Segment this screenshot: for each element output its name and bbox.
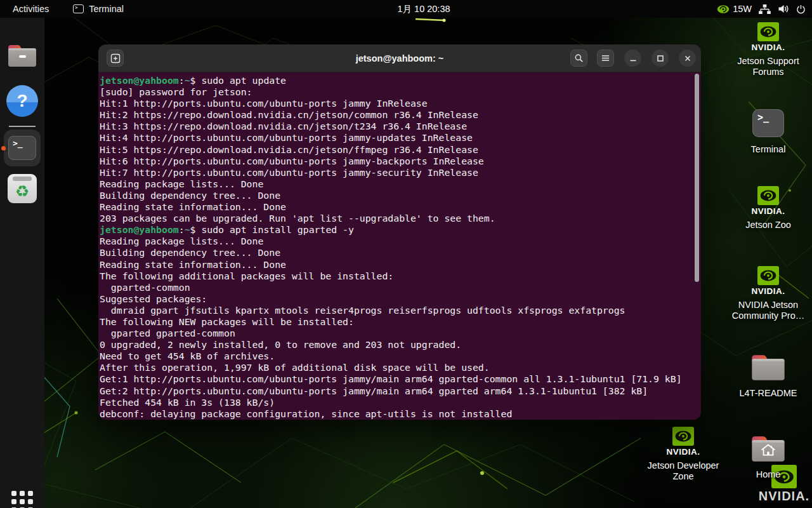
terminal-line: Building dependency tree... Done bbox=[100, 247, 701, 258]
network-icon bbox=[759, 4, 771, 14]
files-folder-icon bbox=[7, 43, 37, 69]
terminal-output[interactable]: jetson@yahboom:~$ sudo apt update[sudo] … bbox=[98, 72, 701, 420]
terminal-titlebar[interactable]: jetson@yahboom: ~ bbox=[98, 44, 701, 72]
terminal-line: Reading package lists... Done bbox=[100, 178, 701, 190]
dock-item-help[interactable]: ? bbox=[6, 85, 38, 117]
desktop-icon-label: L4T-README bbox=[739, 388, 797, 399]
show-applications-button[interactable] bbox=[11, 491, 33, 508]
terminal-line: Hit:4 http://ports.ubuntu.com/ubuntu-por… bbox=[100, 132, 701, 144]
terminal-line: 203 packages can be upgraded. Run 'apt l… bbox=[100, 213, 701, 224]
terminal-line: After this operation, 1,997 kB of additi… bbox=[100, 362, 701, 373]
desktop-icon-label: Jetson Zoo bbox=[745, 220, 791, 231]
terminal-line: Get:1 http://ports.ubuntu.com/ubuntu-por… bbox=[100, 373, 701, 385]
close-button[interactable] bbox=[679, 50, 696, 67]
window-title: jetson@yahboom: ~ bbox=[356, 44, 444, 72]
power-icon bbox=[796, 4, 806, 14]
terminal-line: Hit:1 http://ports.ubuntu.com/ubuntu-por… bbox=[100, 98, 701, 109]
folder-icon bbox=[750, 352, 786, 383]
desktop-icon-home[interactable]: Home bbox=[724, 434, 812, 480]
dock-item-terminal[interactable]: >_ bbox=[4, 130, 41, 166]
top-bar: Activities > Terminal 1月 10 20:38 15W bbox=[0, 0, 812, 18]
dock-separator bbox=[9, 126, 36, 127]
dock-item-files[interactable] bbox=[7, 43, 37, 69]
nvidia-logo-icon: NVIDIA. bbox=[666, 427, 700, 457]
dock-item-trash[interactable]: ♻ bbox=[8, 174, 37, 203]
search-icon bbox=[574, 53, 584, 63]
terminal-line: Reading state information... Done bbox=[100, 201, 701, 213]
terminal-scrollbar[interactable] bbox=[695, 74, 699, 282]
desktop-icon-label: Home bbox=[756, 469, 781, 480]
terminal-line: dmraid gpart jfsutils kpartx mtools reis… bbox=[100, 305, 701, 316]
running-indicator bbox=[1, 146, 6, 150]
terminal-line: Hit:5 https://repo.download.nvidia.cn/je… bbox=[100, 144, 701, 156]
terminal-app-icon: >_ bbox=[752, 109, 784, 137]
terminal-line: The following NEW packages will be insta… bbox=[100, 316, 701, 328]
terminal-line: 0 upgraded, 2 newly installed, 0 to remo… bbox=[100, 339, 701, 351]
help-icon: ? bbox=[6, 85, 38, 117]
terminal-line: Hit:2 https://repo.download.nvidia.cn/je… bbox=[100, 109, 701, 121]
desktop-icon-label: NVIDIA Jetson Community Pro… bbox=[724, 300, 812, 321]
nvidia-logo-icon: NVIDIA. bbox=[751, 186, 785, 216]
desktop-icon-label: Jetson Developer Zone bbox=[639, 460, 728, 481]
nvidia-logo-icon: NVIDIA. bbox=[751, 266, 785, 296]
terminal-line: The following additional packages will b… bbox=[100, 271, 701, 282]
terminal-line: Hit:3 https://repo.download.nvidia.cn/je… bbox=[100, 121, 701, 132]
clock[interactable]: 1月 10 20:38 bbox=[397, 0, 450, 18]
house-icon bbox=[759, 443, 777, 457]
terminal-line: Suggested packages: bbox=[100, 293, 701, 305]
desktop-icon-terminal[interactable]: >_ Terminal bbox=[724, 109, 812, 155]
recycle-icon: ♻ bbox=[15, 184, 29, 199]
dock: ? >_ ♻ bbox=[0, 18, 44, 508]
nvidia-eye-icon bbox=[716, 4, 730, 14]
terminal-line: Reading package lists... Done bbox=[100, 236, 701, 247]
desktop-icon-jetson-developer-zone[interactable]: NVIDIA. Jetson Developer Zone bbox=[639, 427, 728, 481]
desktop-icon-nvidia-jetson-community[interactable]: NVIDIA. NVIDIA Jetson Community Pro… bbox=[724, 266, 812, 321]
search-button[interactable] bbox=[570, 50, 587, 67]
terminal-line: Hit:6 http://ports.ubuntu.com/ubuntu-por… bbox=[100, 156, 701, 167]
desktop-icon-label: Terminal bbox=[751, 144, 786, 155]
terminal-line: Hit:7 http://ports.ubuntu.com/ubuntu-por… bbox=[100, 167, 701, 178]
nvidia-logo-icon: NVIDIA. bbox=[751, 22, 785, 52]
focused-app-name: Terminal bbox=[89, 4, 124, 14]
terminal-line: Building dependency tree... Done bbox=[100, 190, 701, 201]
nvidia-wordmark: NVIDIA. bbox=[759, 489, 809, 504]
terminal-line: gparted gparted-common bbox=[100, 328, 701, 339]
terminal-line: debconf: delaying package configuration,… bbox=[100, 408, 701, 420]
terminal-window: jetson@yahboom: ~ bbox=[98, 44, 701, 420]
terminal-line: Need to get 454 kB of archives. bbox=[100, 351, 701, 362]
close-icon bbox=[684, 55, 691, 62]
activities-button[interactable]: Activities bbox=[0, 0, 59, 18]
terminal-line: [sudo] password for jetson: bbox=[100, 86, 701, 98]
terminal-line: gparted-common bbox=[100, 282, 701, 293]
terminal-line: Fetched 454 kB in 3s (138 kB/s) bbox=[100, 397, 701, 408]
menu-button[interactable] bbox=[597, 50, 614, 67]
home-folder-icon bbox=[750, 434, 786, 464]
terminal-line: Get:2 http://ports.ubuntu.com/ubuntu-por… bbox=[100, 385, 701, 397]
maximize-icon bbox=[657, 55, 664, 62]
minimize-icon bbox=[629, 55, 637, 62]
power-mode-label: 15W bbox=[733, 4, 752, 14]
terminal-icon: > bbox=[73, 4, 84, 13]
desktop-icon-jetson-zoo[interactable]: NVIDIA. Jetson Zoo bbox=[724, 186, 812, 231]
terminal-line: jetson@yahboom:~$ sudo apt install gpart… bbox=[100, 224, 701, 236]
desktop-icon-label: Jetson Support Forums bbox=[724, 56, 812, 77]
terminal-line: jetson@yahboom:~$ sudo apt update bbox=[100, 75, 701, 86]
hamburger-icon bbox=[601, 53, 610, 63]
terminal-app-icon: >_ bbox=[8, 136, 36, 160]
volume-icon bbox=[778, 4, 789, 14]
new-tab-button[interactable] bbox=[107, 50, 124, 67]
power-mode-indicator: 15W bbox=[716, 4, 752, 14]
terminal-line: Reading state information... Done bbox=[100, 259, 701, 271]
trash-icon: ♻ bbox=[8, 174, 37, 203]
desktop-icon-jetson-support-forums[interactable]: NVIDIA. Jetson Support Forums bbox=[724, 22, 812, 77]
maximize-button[interactable] bbox=[652, 50, 669, 67]
focused-app-menu[interactable]: > Terminal bbox=[73, 0, 124, 18]
minimize-button[interactable] bbox=[624, 50, 641, 67]
system-status-area[interactable]: 15W bbox=[716, 0, 806, 18]
desktop-icon-l4t-readme[interactable]: L4T-README bbox=[724, 352, 812, 399]
